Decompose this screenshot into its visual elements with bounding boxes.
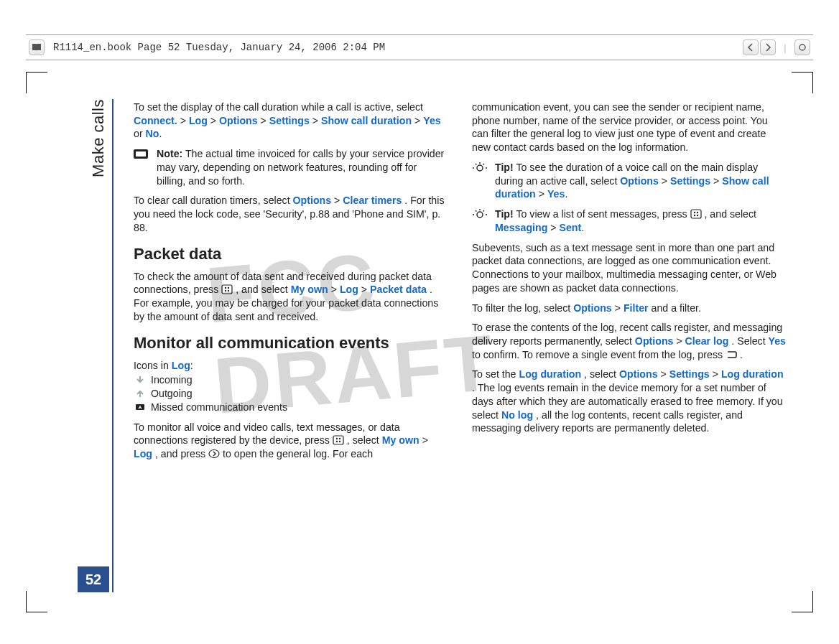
text: to confirm. To remove a single event fro… <box>472 349 726 360</box>
svg-point-15 <box>477 165 483 171</box>
menu-path-item: Sent <box>560 222 582 233</box>
paragraph: To set the display of the call duration … <box>134 101 448 141</box>
tool-icon[interactable] <box>794 39 810 55</box>
sep: > <box>358 284 370 295</box>
crop-mark <box>792 72 813 93</box>
sep: > <box>258 115 269 126</box>
sep: > <box>710 175 722 187</box>
menu-path-item: Options <box>219 115 258 126</box>
svg-point-21 <box>696 215 697 216</box>
tip-block: Tip! To view a list of sent messages, pr… <box>472 207 786 234</box>
crop-mark <box>26 591 47 612</box>
pdf-viewer-bar: R1114_en.book Page 52 Tuesday, January 2… <box>26 34 813 60</box>
menu-path-item: Show call duration <box>321 115 412 126</box>
list-item: Incoming <box>151 373 448 387</box>
tip-icon <box>472 208 489 220</box>
doc-meta: R1114_en.book Page 52 Tuesday, January 2… <box>53 42 385 53</box>
menu-key-icon <box>690 209 702 219</box>
svg-point-10 <box>336 438 338 439</box>
menu-path-item: Options <box>293 195 332 206</box>
text: to open the general log. For each <box>223 448 373 459</box>
menu-path-item: Settings <box>269 115 310 126</box>
menu-path-item: Settings <box>669 368 710 380</box>
paragraph: communication event, you can see the sen… <box>472 101 786 154</box>
tip-text: To view a list of sent messages, press <box>516 208 690 220</box>
sep: > <box>208 115 219 126</box>
text: To set the display of the call duration … <box>134 101 423 113</box>
sep: > <box>536 188 547 200</box>
tip-text: , and select <box>704 208 756 220</box>
menu-key-icon <box>333 435 344 445</box>
note-icon <box>134 148 151 160</box>
text: , and select <box>236 284 291 295</box>
text: and a filter. <box>652 302 701 314</box>
sep: > <box>547 222 559 233</box>
tip-icon <box>472 162 489 174</box>
menu-path-item: Yes <box>547 188 565 200</box>
text: , select <box>584 368 619 380</box>
svg-rect-17 <box>691 210 701 218</box>
paragraph: To clear call duration timers, select Op… <box>134 194 448 234</box>
svg-point-12 <box>336 441 338 442</box>
list-label: Incoming <box>151 374 193 386</box>
tip-block: Tip! To see the duration of a voice call… <box>472 161 786 201</box>
paragraph: To check the amount of data sent and rec… <box>134 270 448 324</box>
svg-point-11 <box>339 438 340 439</box>
sep: > <box>420 434 428 446</box>
paragraph: Subevents, such as a text message sent i… <box>472 241 786 295</box>
right-scroll-icon <box>208 449 220 459</box>
sep: > <box>331 195 343 206</box>
note-label: Note: <box>157 148 182 159</box>
menu-path-item: Connect. <box>134 115 177 126</box>
sidebar: Make calls 52 <box>72 99 112 592</box>
list-item: Outgoing <box>151 387 448 401</box>
text: Icons in <box>134 360 172 371</box>
svg-point-6 <box>225 290 226 291</box>
book-icon[interactable] <box>29 39 45 55</box>
note-text: The actual time invoiced for calls by yo… <box>157 148 444 186</box>
menu-path-item: Options <box>620 175 659 187</box>
crop-mark <box>792 591 813 612</box>
text: . Select <box>731 335 768 347</box>
sep: > <box>412 115 423 126</box>
text: , and press <box>155 448 208 459</box>
svg-rect-3 <box>222 285 232 294</box>
menu-path-item: My own <box>382 434 420 446</box>
sep: > <box>328 284 340 295</box>
clear-key-icon <box>726 350 737 360</box>
sep: > <box>710 368 721 380</box>
svg-point-20 <box>693 215 695 216</box>
menu-path-item: Log <box>189 115 208 126</box>
svg-point-18 <box>693 212 695 213</box>
svg-point-13 <box>339 441 340 442</box>
tip-label: Tip! <box>495 208 514 220</box>
text: : <box>190 360 193 371</box>
list-label: Outgoing <box>151 388 193 399</box>
missed-event-icon <box>135 402 147 412</box>
menu-path-item: Packet data <box>370 284 427 295</box>
menu-path-item: Log duration <box>519 368 581 380</box>
next-page-icon[interactable] <box>760 39 776 55</box>
menu-path-item: Settings <box>670 175 710 187</box>
text: To set the <box>472 368 519 380</box>
sep: > <box>177 115 189 126</box>
sep: > <box>612 302 624 314</box>
text: , select <box>347 434 382 446</box>
menu-path-item: Log duration <box>721 368 784 380</box>
divider-icon: | <box>777 39 793 55</box>
menu-path-item: My own <box>291 284 328 295</box>
menu-path-item: Log <box>134 448 152 459</box>
menu-path-item: Options <box>573 302 612 314</box>
prev-page-icon[interactable] <box>743 39 759 55</box>
svg-point-14 <box>209 450 219 458</box>
paragraph: To filter the log, select Options > Filt… <box>472 302 786 315</box>
menu-path-item: Messaging <box>495 222 547 233</box>
section-label: Make calls <box>89 99 108 177</box>
text: To clear call duration timers, select <box>134 195 293 206</box>
sep: > <box>310 115 321 126</box>
svg-point-7 <box>228 290 229 291</box>
paragraph: To set the Log duration , select Options… <box>472 368 786 435</box>
text: . <box>740 349 743 360</box>
svg-point-19 <box>696 212 697 213</box>
text: or <box>134 128 146 139</box>
